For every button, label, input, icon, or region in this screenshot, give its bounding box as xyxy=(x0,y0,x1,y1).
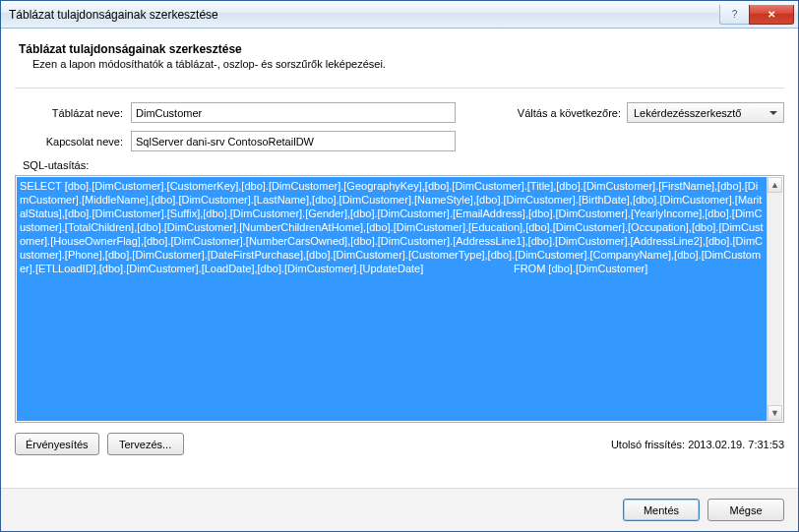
section-subtext: Ezen a lapon módosíthatók a táblázat-, o… xyxy=(32,58,780,70)
design-button[interactable]: Tervezés... xyxy=(107,433,184,455)
dialog-window: Táblázat tulajdonságainak szerkesztése ?… xyxy=(0,0,799,532)
save-button[interactable]: Mentés xyxy=(623,499,700,521)
vertical-scrollbar[interactable]: ▲ ▼ xyxy=(767,177,782,421)
sql-text-selection: SELECT [dbo].[DimCustomer].[CustomerKey]… xyxy=(17,177,767,421)
switch-to-selected: Lekérdezésszerkesztő xyxy=(634,107,741,119)
connection-name-input[interactable] xyxy=(131,131,456,151)
scroll-up-icon[interactable]: ▲ xyxy=(768,177,782,193)
help-button[interactable]: ? xyxy=(719,5,749,25)
table-name-label: Táblázat neve: xyxy=(23,107,131,119)
lower-row: Érvényesítés Tervezés... Utolsó frissíté… xyxy=(15,433,784,455)
help-icon: ? xyxy=(732,9,738,20)
table-name-input[interactable] xyxy=(131,102,456,123)
section-heading: Táblázat tulajdonságainak szerkesztése xyxy=(19,42,780,56)
form-grid: Táblázat neve: Váltás a következőre: Lek… xyxy=(23,102,784,151)
dialog-footer: Mentés Mégse xyxy=(1,488,798,531)
cancel-button[interactable]: Mégse xyxy=(707,499,784,521)
section-header: Táblázat tulajdonságainak szerkesztése E… xyxy=(15,40,784,72)
sql-statement-label: SQL-utasítás: xyxy=(23,159,784,171)
divider xyxy=(15,88,784,89)
close-icon: ✕ xyxy=(768,9,775,20)
connection-name-label: Kapcsolat neve: xyxy=(23,136,131,148)
window-title: Táblázat tulajdonságainak szerkesztése xyxy=(9,8,719,22)
scroll-track[interactable] xyxy=(768,193,782,405)
switch-to-label: Váltás a következőre: xyxy=(518,107,621,119)
titlebar-buttons: ? ✕ xyxy=(719,5,794,25)
scroll-down-icon[interactable]: ▼ xyxy=(768,405,782,421)
last-refresh-status: Utolsó frissítés: 2013.02.19. 7:31:53 xyxy=(611,439,784,450)
validate-button[interactable]: Érvényesítés xyxy=(15,433,99,455)
sql-textarea[interactable]: SELECT [dbo].[DimCustomer].[CustomerKey]… xyxy=(15,175,784,423)
close-button[interactable]: ✕ xyxy=(749,5,794,25)
dialog-content: Táblázat tulajdonságainak szerkesztése E… xyxy=(1,29,798,488)
titlebar: Táblázat tulajdonságainak szerkesztése ?… xyxy=(1,1,798,29)
switch-to-combo[interactable]: Lekérdezésszerkesztő xyxy=(627,102,784,123)
